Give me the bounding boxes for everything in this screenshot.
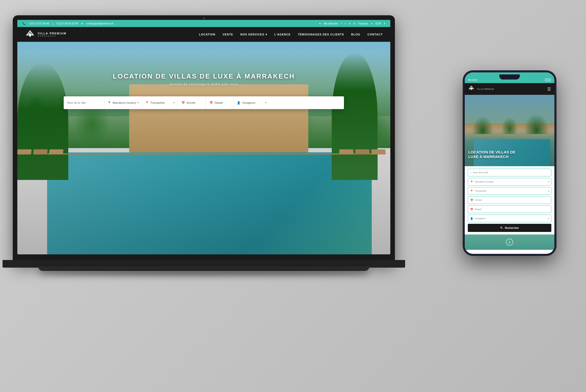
phone-hero-content: LOCATION DE VILLAS DELUXE À MARRAKECH (465, 95, 554, 166)
transaction-dropdown[interactable]: 📍 Transaction ▾ (142, 96, 178, 109)
hero-subtitle: Service de conciergerie dédié pour vous (169, 82, 238, 86)
site-hero: LOCATION DE VILLAS DE LUXE À MARRAKECH S… (17, 42, 390, 254)
phone-logo-text: VILLA PREMIUM (477, 88, 494, 90)
logo-text-block: VILLA PREMIUM MARRAKECH (38, 32, 66, 37)
laptop-shadow (38, 270, 369, 275)
lang-selector[interactable]: Français (358, 22, 368, 25)
phone-arrival-input[interactable]: 📅 Arrivée (468, 196, 551, 204)
hamburger-menu[interactable]: ☰ (547, 87, 551, 92)
email[interactable]: contact@villapremium.fr (86, 22, 113, 25)
phone-form: ⌂ Nom de la villa 📍 Marrakech (toutes) ▾… (465, 166, 554, 234)
phone-search-label: Rechercher (505, 227, 519, 229)
selection-label[interactable]: Ma sélection (324, 22, 338, 25)
phone-notch (499, 74, 520, 80)
departure-field[interactable]: 📅 Départ (206, 96, 234, 109)
phone-search-icon: 🔍 (500, 227, 503, 229)
phone-location-text: Marrakech (toutes) (475, 180, 547, 183)
chevron-lang: ▾ (371, 22, 372, 25)
email-icon: ✉ (81, 22, 83, 25)
transaction-text: Transaction (150, 101, 165, 104)
villa-name-input[interactable] (64, 96, 104, 109)
currency-selector[interactable]: EUR (376, 22, 381, 25)
voyageurs-arrow: ▾ (265, 101, 267, 104)
laptop-body: 📞 +33 6 19 07 84 48 | +212 6 69 69 33 49… (13, 15, 395, 263)
phone-departure-input[interactable]: 📅 Départ (468, 205, 551, 213)
phone-villa-icon: ⌂ (470, 171, 472, 174)
phone-bottom-area: ∨ (465, 234, 554, 250)
voyageurs-icon: 👤 (237, 101, 241, 104)
social-fb[interactable]: f (341, 22, 342, 25)
phone-selection: Ma sélect (468, 79, 477, 81)
nav-blog[interactable]: BLOG (351, 33, 360, 36)
hero-title: LOCATION DE VILLAS DE LUXE À MARRAKECH (113, 72, 295, 80)
arrival-text: Arrivée (187, 101, 195, 104)
departure-text: Départ (215, 101, 223, 104)
nav-location[interactable]: LOCATION (199, 33, 216, 36)
phone-navbar: VILLA PREMIUM ☰ (465, 83, 554, 95)
transaction-icon: 📍 (145, 101, 149, 104)
location-dropdown[interactable]: 📍 Marrakech (toutes) ▾ (104, 96, 142, 109)
phone-location-arrow: ▾ (548, 181, 549, 183)
svg-rect-3 (29, 35, 31, 37)
location-icon: 📍 (108, 101, 111, 104)
voyageurs-text: Voyageurs (242, 101, 255, 104)
svg-rect-7 (471, 89, 472, 90)
hero-content: LOCATION DE VILLAS DE LUXE À MARRAKECH S… (17, 42, 390, 254)
phone-status-right: EUR (545, 79, 551, 81)
social-ig[interactable]: ● (349, 22, 350, 25)
phone2[interactable]: +212 6 69 69 33 49 (56, 22, 78, 25)
arrival-calendar-icon: 📅 (181, 101, 185, 104)
phone-mockup: Ma sélect EUR (464, 71, 555, 255)
phone-search-button[interactable]: 🔍 Rechercher (468, 224, 551, 232)
phone-departure-text: Départ (475, 208, 549, 211)
phone-hero-title: LOCATION DE VILLAS DELUXE À MARRAKECH (468, 150, 515, 159)
phone-voyageurs-text: Voyageurs (475, 217, 547, 220)
phone-voyageurs-icon: 👤 (470, 217, 473, 220)
logo-icon (25, 29, 35, 40)
phone-arrival-icon: 📅 (470, 199, 473, 202)
departure-calendar-icon: 📅 (209, 101, 213, 104)
laptop-screen: 📞 +33 6 19 07 84 48 | +212 6 69 69 33 49… (17, 20, 390, 254)
scene: 📞 +33 6 19 07 84 48 | +212 6 69 69 33 49… (0, 0, 586, 392)
phone-body: Ma sélect EUR (464, 71, 555, 255)
phone-logo-icon (468, 85, 475, 93)
transaction-arrow: ▾ (173, 101, 175, 104)
scroll-down-button[interactable]: ∨ (506, 239, 513, 246)
nav-contact[interactable]: CONTACT (367, 33, 383, 36)
nav-temoignages[interactable]: TÉMOIGNAGES DES CLIENTS (298, 33, 344, 36)
topbar-left: 📞 +33 6 19 07 84 48 | +212 6 69 69 33 49… (22, 22, 113, 25)
phone-transaction-input[interactable]: 📍 Transaction ▾ (468, 187, 551, 195)
phone-icon: 📞 (22, 22, 25, 25)
arrival-field[interactable]: 📅 Arrivée (178, 96, 206, 109)
voyageurs-dropdown[interactable]: 👤 Voyageurs ▾ (234, 96, 270, 109)
phone-location-icon: 📍 (470, 180, 473, 183)
phone-voyageurs-arrow: ▾ (548, 217, 549, 220)
separator: | (52, 22, 53, 25)
phone-location-input[interactable]: 📍 Marrakech (toutes) ▾ (468, 178, 551, 186)
nav-vente[interactable]: VENTE (223, 33, 233, 36)
phone-logo: VILLA PREMIUM (468, 85, 494, 93)
phone-currency: EUR (545, 79, 551, 81)
nav-agence[interactable]: L'AGENCE (274, 33, 291, 36)
phone-voyageurs-input[interactable]: 👤 Voyageurs ▾ (468, 215, 551, 222)
services-chevron: ▾ (265, 33, 267, 36)
site-topbar: 📞 +33 6 19 07 84 48 | +212 6 69 69 33 49… (17, 20, 390, 27)
phone1[interactable]: +33 6 19 07 84 48 (29, 22, 49, 25)
phone-villa-input[interactable]: ⌂ Nom de la villa (468, 169, 551, 176)
phone-arrival-text: Arrivée (475, 199, 549, 201)
nav-services[interactable]: NOS SERVICES ▾ (240, 33, 267, 36)
topbar-right: ♥ Ma sélection f t ● in Français ▾ EUR ▾ (319, 22, 385, 25)
laptop-mockup: 📞 +33 6 19 07 84 48 | +212 6 69 69 33 49… (13, 15, 395, 372)
phone-villa-text: Nom de la villa (473, 171, 549, 174)
site-navbar: VILLA PREMIUM MARRAKECH LOCATION VENTE N… (17, 27, 390, 42)
social-in[interactable]: in (353, 22, 355, 25)
location-text: Marrakech (toutes) (113, 101, 136, 104)
social-tw[interactable]: t (345, 22, 346, 25)
logo-name: VILLA PREMIUM (38, 32, 66, 35)
phone-departure-icon: 📅 (470, 208, 473, 211)
laptop-camera (203, 17, 205, 19)
phone-transaction-icon: 📍 (470, 190, 473, 192)
heart-icon: ♥ (319, 22, 321, 25)
phone-transaction-text: Transaction (475, 190, 547, 192)
phone-hero: LOCATION DE VILLAS DELUXE À MARRAKECH (465, 95, 554, 166)
